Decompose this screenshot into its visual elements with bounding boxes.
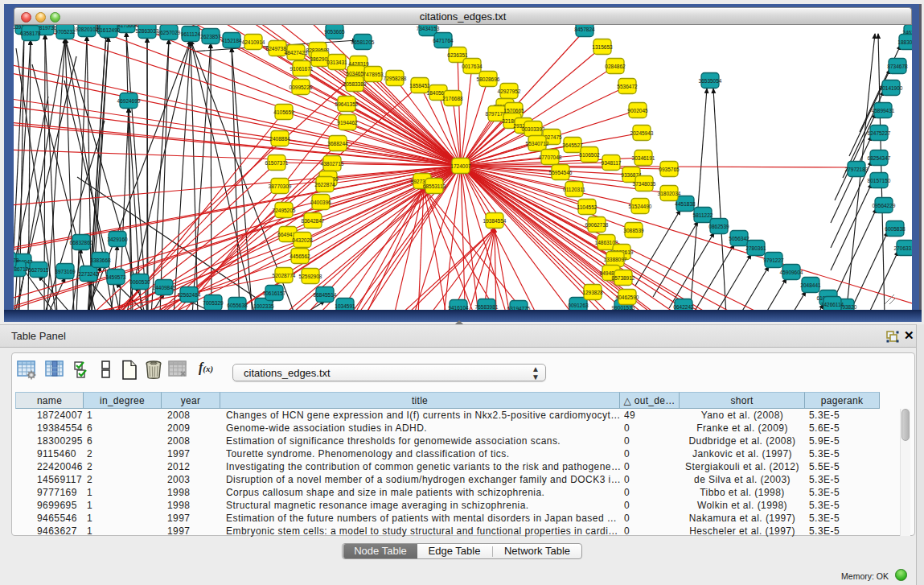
svg-text:2408884: 2408884 — [269, 136, 290, 142]
svg-text:31802034: 31802034 — [658, 191, 681, 196]
svg-text:66832860: 66832860 — [70, 240, 93, 245]
svg-text:27063317: 27063317 — [894, 245, 912, 251]
svg-text:20245943: 20245943 — [630, 130, 654, 136]
svg-text:45909604: 45909604 — [780, 270, 803, 275]
svg-text:3688244: 3688244 — [327, 141, 348, 146]
svg-text:1883084: 1883084 — [897, 39, 912, 45]
svg-text:5536472: 5536472 — [617, 84, 638, 89]
svg-text:58028696: 58028696 — [477, 76, 500, 82]
svg-text:3645527: 3645527 — [562, 142, 583, 148]
svg-text:3383668: 3383668 — [90, 257, 111, 263]
svg-text:9611124: 9611124 — [181, 31, 201, 37]
svg-text:37348035: 37348035 — [633, 181, 656, 187]
svg-text:14266114: 14266114 — [821, 302, 844, 307]
svg-text:0642242: 0642242 — [673, 304, 694, 310]
svg-text:1315653: 1315653 — [592, 44, 613, 50]
svg-text:51524490: 51524490 — [629, 204, 652, 209]
svg-text:8734678: 8734678 — [887, 64, 908, 69]
svg-text:83642847: 83642847 — [302, 218, 325, 224]
svg-text:09564229: 09564229 — [873, 203, 896, 208]
svg-text:2622874: 2622874 — [314, 182, 335, 187]
svg-text:59641352: 59641352 — [335, 101, 359, 107]
svg-text:49933778: 49933778 — [14, 257, 19, 263]
svg-text:9705232: 9705232 — [55, 29, 76, 35]
svg-text:00995226: 00995226 — [290, 84, 313, 90]
svg-text:1104552: 1104552 — [577, 204, 598, 210]
svg-text:86257029: 86257029 — [158, 30, 181, 35]
svg-text:85738912: 85738912 — [612, 275, 635, 281]
svg-text:61507371: 61507371 — [265, 160, 289, 166]
svg-text:7478953: 7478953 — [363, 72, 384, 77]
svg-text:2273242: 2273242 — [78, 271, 99, 277]
svg-text:9791227: 9791227 — [763, 257, 784, 263]
svg-text:52592908: 52592908 — [299, 274, 322, 279]
svg-text:0400396: 0400396 — [310, 200, 331, 205]
svg-text:0313431: 0313431 — [326, 60, 347, 65]
svg-text:5811222: 5811222 — [693, 212, 713, 218]
svg-text:46924699: 46924699 — [117, 98, 141, 104]
svg-text:72958288: 72958288 — [384, 76, 407, 81]
svg-text:68254347: 68254347 — [868, 155, 891, 161]
svg-text:7005329: 7005329 — [203, 300, 224, 306]
svg-text:43802715: 43802715 — [321, 161, 344, 167]
svg-text:4456562: 4456562 — [290, 253, 310, 259]
svg-text:8457824: 8457824 — [574, 27, 595, 32]
svg-text:42927952: 42927952 — [498, 89, 521, 94]
svg-text:4152184: 4152184 — [221, 38, 242, 43]
svg-text:0091263: 0091263 — [568, 303, 589, 308]
svg-text:73434153: 73434153 — [417, 26, 440, 31]
svg-text:1570665: 1570665 — [503, 108, 524, 113]
svg-text:61612490: 61612490 — [97, 27, 121, 33]
svg-text:2048441: 2048441 — [800, 282, 821, 288]
svg-text:5106502: 5106502 — [579, 152, 600, 158]
svg-text:2623857: 2623857 — [200, 34, 221, 39]
svg-text:9002045: 9002045 — [627, 108, 648, 113]
svg-text:4451838: 4451838 — [675, 201, 696, 207]
svg-text:20086712: 20086712 — [14, 266, 29, 272]
svg-text:42410914: 42410914 — [242, 39, 265, 45]
svg-text:55954546: 55954546 — [549, 170, 573, 175]
svg-text:27972183: 27972183 — [845, 167, 869, 172]
svg-text:76583981: 76583981 — [475, 304, 499, 310]
svg-text:0862539: 0862539 — [708, 224, 729, 229]
svg-text:1002335: 1002335 — [253, 303, 274, 309]
svg-text:80157150: 80157150 — [868, 178, 891, 183]
svg-text:52863037: 52863037 — [136, 28, 159, 34]
svg-text:00303393: 00303393 — [522, 126, 545, 132]
svg-text:0060530: 0060530 — [129, 279, 150, 285]
svg-text:6005838: 6005838 — [885, 226, 906, 232]
svg-text:12562484: 12562484 — [178, 292, 201, 298]
svg-text:9194462: 9194462 — [337, 120, 358, 126]
svg-text:2780361: 2780361 — [745, 245, 766, 251]
svg-text:91061671: 91061671 — [290, 66, 314, 72]
svg-text:1858452: 1858452 — [409, 83, 430, 89]
svg-text:52028774: 52028774 — [273, 273, 296, 278]
svg-text:0284862: 0284862 — [605, 64, 626, 69]
svg-text:01120311: 01120311 — [563, 187, 585, 192]
svg-text:66581205: 66581205 — [351, 39, 375, 45]
svg-text:6471764: 6471764 — [433, 38, 454, 43]
svg-text:20583389: 20583389 — [343, 81, 367, 87]
svg-text:30141900: 30141900 — [880, 85, 903, 91]
svg-text:1724007: 1724007 — [450, 163, 471, 169]
svg-text:38770309: 38770309 — [269, 183, 292, 189]
svg-text:0017634: 0017634 — [462, 64, 483, 69]
svg-text:24409843: 24409843 — [153, 285, 176, 290]
svg-text:48427423: 48427423 — [285, 50, 308, 56]
svg-text:92820102: 92820102 — [76, 27, 99, 32]
svg-text:13388097: 13388097 — [604, 257, 627, 262]
svg-text:30346191: 30346191 — [632, 155, 655, 161]
svg-text:86845514: 86845514 — [314, 292, 337, 298]
svg-text:69062738: 69062738 — [585, 222, 609, 228]
svg-text:72495205: 72495205 — [273, 208, 296, 213]
svg-text:62475227: 62475227 — [868, 130, 891, 136]
svg-text:3429160: 3429160 — [107, 237, 128, 242]
svg-text:19384554: 19384554 — [483, 218, 507, 224]
svg-text:45899431: 45899431 — [872, 108, 895, 113]
svg-text:1293828: 1293828 — [582, 290, 603, 295]
svg-text:47707048: 47707048 — [539, 154, 562, 160]
svg-text:3088539: 3088539 — [623, 228, 644, 233]
svg-text:55340712: 55340712 — [526, 141, 549, 146]
svg-text:1034591: 1034591 — [335, 303, 355, 309]
svg-text:6055638: 6055638 — [227, 303, 248, 308]
